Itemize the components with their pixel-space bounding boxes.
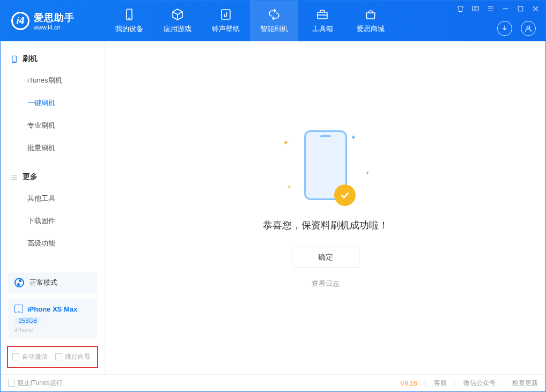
app-window: i4 爱思助手 www.i4.cn 我的设备 应用游戏 铃声壁纸 智能刷机 [0, 0, 546, 392]
nav-label: 铃声壁纸 [212, 24, 240, 34]
sidebar-group-header: 刷机 [1, 51, 105, 69]
maximize-icon[interactable] [515, 4, 525, 13]
svg-rect-3 [222, 10, 230, 19]
shirt-icon[interactable] [455, 4, 465, 13]
device-card[interactable]: iPhone XS Max 256GB iPhone [8, 299, 97, 338]
main-content: ✦ ✦ ✦ ✦ 恭喜您，保资料刷机成功啦！ 确定 查看日志 [105, 41, 545, 374]
update-link[interactable]: 检查更新 [512, 379, 538, 388]
sidebar-item-batch[interactable]: 批量刷机 [1, 137, 105, 159]
sidebar-item-oneclick[interactable]: 一键刷机 [1, 92, 105, 114]
footer-right: V8.16 | 客服 | 微信公众号 | 检查更新 [400, 379, 538, 388]
list-icon [10, 173, 18, 181]
phone-small-icon [10, 55, 18, 63]
svg-rect-13 [518, 6, 523, 11]
close-icon[interactable] [530, 4, 540, 13]
nav-label: 爱思商城 [357, 24, 385, 34]
nav-tab-tools[interactable]: 工具箱 [298, 1, 346, 41]
nav-tab-store[interactable]: 爱思商城 [346, 1, 395, 41]
store-icon [364, 8, 377, 21]
toolbox-icon [316, 8, 329, 21]
success-illustration: ✦ ✦ ✦ ✦ [272, 128, 379, 203]
sidebar: 刷机 iTunes刷机 一键刷机 专业刷机 批量刷机 更多 其他工具 下载固件 … [1, 41, 105, 374]
nav-tab-rings[interactable]: 铃声壁纸 [202, 1, 250, 41]
refresh-icon [268, 8, 281, 21]
separator: | [425, 380, 426, 387]
nav-tab-device[interactable]: 我的设备 [105, 1, 153, 41]
success-message: 恭喜您，保资料刷机成功啦！ [263, 219, 388, 232]
device-name: iPhone XS Max [27, 305, 77, 313]
checkbox-label: 跳过向导 [65, 352, 91, 361]
minimize-icon[interactable] [500, 4, 510, 13]
music-icon [219, 8, 232, 21]
device-icon [14, 305, 23, 313]
checkbox-skip-guide[interactable]: 跳过向导 [55, 352, 91, 361]
storage-badge: 256GB [14, 317, 41, 324]
device-type: iPhone [14, 327, 91, 333]
version-label: V8.16 [400, 380, 417, 387]
download-button[interactable] [497, 21, 512, 36]
sidebar-item-firmware[interactable]: 下载固件 [1, 210, 105, 232]
body: 刷机 iTunes刷机 一键刷机 专业刷机 批量刷机 更多 其他工具 下载固件 … [1, 41, 545, 374]
separator: | [454, 380, 456, 387]
header-actions [497, 21, 536, 36]
checkbox-icon [12, 353, 19, 360]
checkbox-label: 阻止iTunes运行 [18, 379, 63, 388]
sidebar-group-header: 更多 [1, 169, 105, 187]
checkbox-highlight-row: 自动激活 跳过向导 [7, 346, 98, 368]
phone-icon [123, 8, 136, 21]
view-log-link[interactable]: 查看日志 [312, 279, 340, 289]
sidebar-item-itunes[interactable]: iTunes刷机 [1, 69, 105, 92]
sparkle-icon: ✦ [283, 138, 289, 147]
sidebar-item-other[interactable]: 其他工具 [1, 187, 105, 210]
svg-rect-4 [318, 12, 327, 19]
nav-label: 工具箱 [312, 24, 333, 34]
sparkle-icon: ✦ [365, 170, 370, 176]
sidebar-item-advanced[interactable]: 高级功能 [1, 232, 105, 255]
checkbox-label: 自动激活 [22, 352, 48, 361]
header: i4 爱思助手 www.i4.cn 我的设备 应用游戏 铃声壁纸 智能刷机 [1, 1, 545, 41]
mode-label: 正常模式 [29, 278, 57, 287]
checkbox-auto-activate[interactable]: 自动激活 [12, 352, 48, 361]
nav-tabs: 我的设备 应用游戏 铃声壁纸 智能刷机 工具箱 爱思商城 [105, 1, 395, 41]
sidebar-item-pro[interactable]: 专业刷机 [1, 114, 105, 137]
check-badge-icon [334, 184, 356, 206]
user-button[interactable] [521, 21, 536, 36]
support-link[interactable]: 客服 [434, 379, 447, 388]
mode-icon [14, 278, 24, 287]
svg-point-17 [527, 26, 529, 28]
window-controls [455, 4, 540, 13]
ok-button[interactable]: 确定 [292, 247, 359, 268]
menu-icon[interactable] [485, 4, 495, 13]
nav-label: 智能刷机 [260, 24, 288, 34]
checkbox-block-itunes[interactable]: 阻止iTunes运行 [8, 379, 63, 388]
nav-tab-apps[interactable]: 应用游戏 [153, 1, 202, 41]
checkbox-icon [8, 380, 15, 387]
box-icon [171, 8, 184, 21]
separator: | [503, 380, 505, 387]
footer: 阻止iTunes运行 V8.16 | 客服 | 微信公众号 | 检查更新 [1, 374, 545, 391]
logo-icon: i4 [11, 12, 29, 30]
checkbox-icon [55, 353, 62, 360]
wechat-link[interactable]: 微信公众号 [463, 379, 496, 388]
group-title: 刷机 [23, 54, 38, 64]
sparkle-icon: ✦ [287, 184, 291, 190]
feedback-icon[interactable] [470, 4, 480, 13]
sidebar-group-more: 更多 其他工具 下载固件 高级功能 [1, 159, 105, 255]
logo-url: www.i4.cn [34, 24, 75, 31]
nav-label: 我的设备 [115, 24, 143, 34]
sidebar-group-flash: 刷机 iTunes刷机 一键刷机 专业刷机 批量刷机 [1, 41, 105, 159]
svg-rect-6 [472, 6, 478, 11]
sparkle-icon: ✦ [350, 133, 357, 142]
nav-label: 应用游戏 [164, 24, 191, 34]
logo-title: 爱思助手 [34, 11, 75, 24]
mode-card[interactable]: 正常模式 [8, 272, 97, 293]
nav-tab-flash[interactable]: 智能刷机 [250, 1, 298, 41]
logo-text: 爱思助手 www.i4.cn [34, 11, 75, 31]
logo-area: i4 爱思助手 www.i4.cn [1, 1, 105, 41]
group-title: 更多 [23, 172, 38, 182]
